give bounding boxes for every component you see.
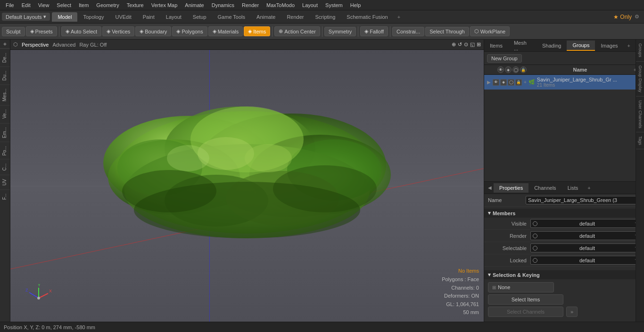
tab-model[interactable]: Model xyxy=(52,12,77,22)
viewport-canvas[interactable]: No Items Polygons : Face Channels: 0 Def… xyxy=(10,50,484,322)
group-item-0[interactable]: ▶ 👁 ◈ ◯ 🔒 + 🌿 Savin_Juniper_Large_Shrub_… xyxy=(484,75,644,90)
tab-add-button[interactable]: + xyxy=(394,12,404,22)
auto-select-button[interactable]: ◈ Auto Select xyxy=(61,26,101,36)
viewport-ctrl-3[interactable]: ⊙ xyxy=(464,41,468,48)
left-tab-emit[interactable]: Em... xyxy=(0,123,10,142)
rvt-user-channels[interactable]: User Channels xyxy=(636,97,644,133)
menu-animate[interactable]: Animate xyxy=(181,1,207,9)
tab-topology[interactable]: Topology xyxy=(77,12,109,22)
tab-layout[interactable]: Layout xyxy=(160,12,187,22)
left-tab-deform[interactable]: De... xyxy=(0,49,10,66)
group-add-child-icon[interactable]: + xyxy=(524,80,527,85)
menu-select[interactable]: Select xyxy=(53,1,75,9)
viewport[interactable]: ⬡ Perspective Advanced Ray GL: Off ⊕ ↺ ⊙… xyxy=(10,40,484,322)
tab-setup[interactable]: Setup xyxy=(187,12,212,22)
rvt-tags[interactable]: Tags xyxy=(636,132,644,149)
menu-render[interactable]: Render xyxy=(238,1,263,9)
select-items-button[interactable]: Select Items xyxy=(488,294,563,305)
visible-select[interactable]: default ▾ xyxy=(530,219,640,228)
viewport-render-label[interactable]: Advanced xyxy=(52,42,75,48)
left-tab-poly[interactable]: Po... xyxy=(0,142,10,160)
tab-render[interactable]: Render xyxy=(281,12,309,22)
left-tab-f[interactable]: F... xyxy=(0,189,10,203)
action-center-button[interactable]: ⊕ Action Center xyxy=(274,26,320,36)
sk-none-button[interactable]: ⊞ None xyxy=(488,282,554,292)
menu-edit[interactable]: Edit xyxy=(18,1,34,9)
tab-settings-icon[interactable]: ⚙ xyxy=(632,13,642,21)
menu-maxtomodo[interactable]: MaxToModo xyxy=(263,1,298,9)
presets-button[interactable]: ◈ Presets xyxy=(26,26,57,36)
constraints-button[interactable]: Constrai... xyxy=(392,27,424,36)
tab-gametools[interactable]: Game Tools xyxy=(212,12,251,22)
items-button[interactable]: ◈ Items xyxy=(244,26,270,36)
group-render-icon[interactable]: ◈ xyxy=(500,79,507,86)
col-render-icon[interactable]: ◈ xyxy=(505,66,512,73)
viewport-ctrl-1[interactable]: ⊕ xyxy=(452,41,456,48)
more-button[interactable]: » xyxy=(566,307,578,317)
props-tab-lists[interactable]: Lists xyxy=(562,183,584,193)
rvt-groups[interactable]: Groups xyxy=(636,40,644,62)
new-group-button[interactable]: New Group xyxy=(487,54,522,63)
tab-schematic[interactable]: Schematic Fusion xyxy=(341,12,393,22)
rvt-group-display[interactable]: Group Display xyxy=(636,62,644,97)
props-tab-properties[interactable]: Properties xyxy=(494,183,528,193)
left-tab-c[interactable]: C... xyxy=(0,159,10,175)
selectable-select[interactable]: default ▾ xyxy=(530,243,640,252)
props-tab-channels[interactable]: Channels xyxy=(528,183,561,193)
menu-system[interactable]: System xyxy=(322,1,347,9)
col-select-icon[interactable]: ◯ xyxy=(512,66,519,73)
menu-help[interactable]: Help xyxy=(347,1,365,9)
group-lock-icon[interactable]: 🔒 xyxy=(515,79,522,86)
menu-item[interactable]: Item xyxy=(75,1,92,9)
tab-uvedit[interactable]: UVEdit xyxy=(109,12,137,22)
menu-geometry[interactable]: Geometry xyxy=(92,1,123,9)
sel-keying-header[interactable]: ▾ Selection & Keying xyxy=(484,270,644,279)
rt-tab-shading[interactable]: Shading xyxy=(537,41,567,50)
left-tab-vertex[interactable]: Ve... xyxy=(0,105,10,122)
vertices-button[interactable]: ◈ Vertices xyxy=(102,26,134,36)
menu-texture[interactable]: Texture xyxy=(123,1,148,9)
sculpt-button[interactable]: Sculpt xyxy=(2,27,25,36)
layout-dropdown[interactable]: Default Layouts ▾ xyxy=(2,13,50,21)
select-through-button[interactable]: Select Through xyxy=(425,27,469,36)
left-tab-mesh[interactable]: Mes... xyxy=(0,84,10,105)
render-select[interactable]: default ▾ xyxy=(530,231,640,240)
rt-tab-items[interactable]: Items xyxy=(484,41,508,50)
col-eye-icon[interactable]: 👁 xyxy=(497,66,504,73)
menu-layout[interactable]: Layout xyxy=(298,1,322,9)
rt-tab-add[interactable]: + xyxy=(624,41,634,50)
menu-view[interactable]: View xyxy=(34,1,53,9)
viewport-raygl-label[interactable]: Ray GL: Off xyxy=(79,42,107,48)
menu-file[interactable]: File xyxy=(2,1,18,9)
select-channels-button[interactable]: Select Channels xyxy=(488,307,563,317)
boundary-button[interactable]: ◈ Boundary xyxy=(135,26,171,36)
polygons-button[interactable]: ◈ Polygons xyxy=(172,26,207,36)
rt-tab-images[interactable]: Images xyxy=(595,41,623,50)
falloff-button[interactable]: ◈ Falloff xyxy=(360,26,388,36)
left-tab-uv[interactable]: UV xyxy=(0,175,10,189)
props-name-input[interactable] xyxy=(526,196,640,204)
workplane-button[interactable]: ⬡ WorkPlane xyxy=(470,26,510,36)
viewport-ctrl-5[interactable]: ⊞ xyxy=(477,41,481,48)
group-eye-icon[interactable]: 👁 xyxy=(493,79,499,86)
locked-select[interactable]: default ▾ xyxy=(530,256,640,265)
tab-paint[interactable]: Paint xyxy=(137,12,160,22)
members-section-header[interactable]: ▾ Members xyxy=(484,209,644,218)
props-collapse-icon[interactable]: ◀ xyxy=(486,183,494,192)
materials-button[interactable]: ◈ Materials xyxy=(208,26,243,36)
group-expand-icon[interactable]: ▶ xyxy=(487,80,493,85)
group-select-icon[interactable]: ◯ xyxy=(508,79,514,86)
viewport-ctrl-2[interactable]: ↺ xyxy=(458,41,462,48)
viewport-mode-label[interactable]: Perspective xyxy=(22,42,49,48)
tab-animate[interactable]: Animate xyxy=(251,12,281,22)
viewport-ctrl-4[interactable]: ◱ xyxy=(470,41,475,48)
menu-vertex-map[interactable]: Vertex Map xyxy=(148,1,182,9)
left-tab-duplicate[interactable]: Du... xyxy=(0,66,10,84)
props-tab-add[interactable]: + xyxy=(584,183,594,193)
symmetry-button[interactable]: Symmetry xyxy=(324,27,356,36)
rt-tab-mesh[interactable]: Mesh ... xyxy=(508,38,537,53)
menu-dynamics[interactable]: Dynamics xyxy=(208,1,238,9)
rt-tab-groups[interactable]: Groups xyxy=(567,40,595,51)
tab-scripting[interactable]: Scripting xyxy=(310,12,341,22)
col-lock-icon[interactable]: 🔒 xyxy=(520,66,527,73)
